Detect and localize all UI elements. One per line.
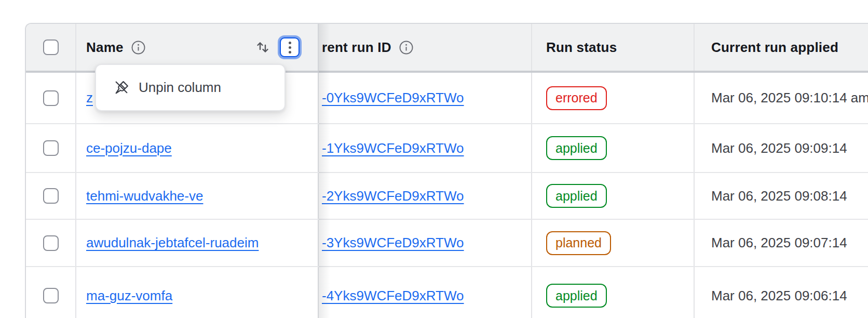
current-run-applied-column-label: Current run applied <box>711 39 838 56</box>
menu-item-label: Unpin column <box>139 80 221 96</box>
row-checkbox[interactable] <box>43 288 59 303</box>
row-checkbox[interactable] <box>43 235 59 251</box>
sort-icon[interactable] <box>255 39 270 55</box>
applied-timestamp: Mar 06, 2025 09:09:14 <box>711 140 847 156</box>
status-badge: applied <box>546 184 607 208</box>
header-run-status-cell: Run status <box>532 24 695 71</box>
status-badge: applied <box>546 284 607 308</box>
row-checkbox[interactable] <box>43 188 59 204</box>
status-badge: errored <box>546 86 607 110</box>
row-checkbox[interactable] <box>43 140 59 156</box>
workspace-name-link[interactable]: ma-guz-vomfa <box>86 288 172 304</box>
table-row: ma-guz-vomfa -4Yks9WCFeD9xRTWo applied M… <box>26 267 868 318</box>
run-id-link[interactable]: -0Yks9WCFeD9xRTWo <box>322 90 464 106</box>
applied-timestamp: Mar 06, 2025 09:08:14 <box>711 188 847 204</box>
applied-timestamp: Mar 06, 2025 09:07:14 <box>711 235 847 251</box>
status-badge: planned <box>546 231 611 255</box>
applied-timestamp: Mar 06, 2025 09:06:14 <box>711 288 847 304</box>
workspace-name-link[interactable]: ce-pojzu-dape <box>86 140 172 156</box>
select-all-checkbox[interactable] <box>43 39 59 55</box>
header-select-cell <box>26 24 76 71</box>
run-id-link[interactable]: -1Yks9WCFeD9xRTWo <box>322 140 464 156</box>
name-column-label: Name <box>86 39 124 56</box>
workspace-name-link[interactable]: tehmi-wudvakhe-ve <box>86 188 203 204</box>
pin-off-icon <box>114 80 130 96</box>
row-checkbox[interactable] <box>43 90 59 106</box>
column-options-dropdown: Unpin column <box>95 64 286 111</box>
workspace-name-link[interactable]: z <box>86 90 93 106</box>
status-badge: applied <box>546 136 607 160</box>
table-row: ce-pojzu-dape -1Yks9WCFeD9xRTWo applied … <box>26 124 868 173</box>
run-id-link[interactable]: -2Yks9WCFeD9xRTWo <box>322 188 464 204</box>
menu-item-unpin-column[interactable]: Unpin column <box>96 65 284 110</box>
header-run-id-cell: rent run ID <box>319 24 532 71</box>
info-icon[interactable] <box>399 40 414 55</box>
workspace-name-link[interactable]: awudulnak-jebtafcel-ruadeim <box>86 235 259 251</box>
info-icon[interactable] <box>131 40 146 55</box>
table-row: awudulnak-jebtafcel-ruadeim -3Yks9WCFeD9… <box>26 220 868 267</box>
header-current-run-applied-cell: Current run applied <box>695 24 868 71</box>
run-id-column-label: rent run ID <box>322 39 391 56</box>
run-status-column-label: Run status <box>546 39 617 56</box>
run-id-link[interactable]: -3Yks9WCFeD9xRTWo <box>322 235 464 251</box>
table-row: tehmi-wudvakhe-ve -2Yks9WCFeD9xRTWo appl… <box>26 173 868 220</box>
column-options-kebab-button[interactable] <box>280 37 300 57</box>
run-id-link[interactable]: -4Yks9WCFeD9xRTWo <box>322 288 464 304</box>
applied-timestamp: Mar 06, 2025 09:10:14 am <box>711 90 868 106</box>
